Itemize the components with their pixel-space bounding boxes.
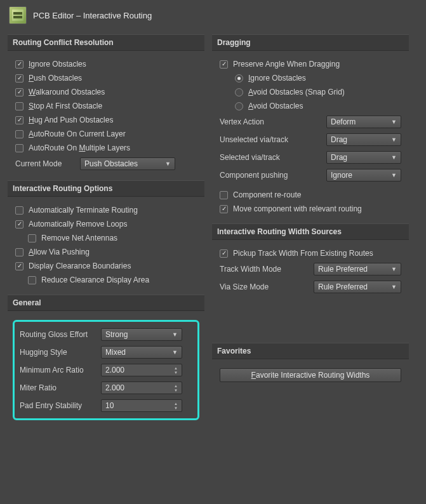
track-width-label: Track Width Mode — [220, 265, 287, 274]
panel-header-options: Interactive Routing Options — [8, 180, 204, 197]
chevron-down-icon: ▼ — [172, 331, 178, 338]
checkbox-icon — [220, 60, 228, 69]
miter-spinner[interactable]: 2.000 ▲▼ — [101, 381, 182, 394]
checkbox-icon — [15, 206, 23, 215]
check-push-obstacles[interactable]: Push Obstacles — [13, 71, 199, 85]
chevron-down-icon: ▼ — [172, 349, 178, 355]
checkbox-icon — [15, 248, 23, 256]
checkbox-icon — [220, 205, 228, 213]
checkbox-icon — [15, 130, 23, 138]
current-mode-select[interactable]: Push Obstacles ▼ — [80, 157, 175, 170]
check-autoroute-multiple[interactable]: AutoRoute On Multiple Layers — [13, 141, 199, 155]
spinner-arrows-icon: ▲▼ — [174, 384, 178, 392]
check-hug-and-push[interactable]: Hug And Push Obstacles — [13, 113, 199, 127]
check-auto-remove-loops[interactable]: Automatically Remove Loops — [13, 217, 199, 231]
panel-header-general: General — [8, 295, 204, 311]
checkbox-icon — [15, 60, 23, 69]
vertex-action-label: Vertex Action — [220, 117, 302, 126]
check-auto-terminate[interactable]: Automatically Terminate Routing — [13, 203, 199, 217]
radio-icon — [235, 88, 243, 96]
check-stop-at-first[interactable]: Stop At First Obstacle — [13, 99, 199, 113]
hugging-label: Hugging Style — [20, 348, 96, 357]
panel-dragging: Dragging Preserve Angle When Dragging Ig… — [212, 34, 409, 217]
checkbox-icon — [28, 234, 36, 242]
via-size-select[interactable]: Rule Preferred ▼ — [314, 281, 401, 293]
checkbox-icon — [28, 276, 36, 284]
chevron-down-icon: ▼ — [391, 119, 397, 125]
hugging-select[interactable]: Mixed ▼ — [101, 346, 182, 359]
panel-general: General Routing Gloss Effort Strong ▼ Hu… — [8, 295, 204, 421]
vertex-action-select[interactable]: Deform ▼ — [326, 116, 401, 128]
check-autoroute-current[interactable]: AutoRoute On Current Layer — [13, 127, 199, 141]
radio-avoid-snap[interactable]: Avoid Obstacles (Snap Grid) — [232, 85, 404, 99]
pad-label: Pad Entry Stability — [20, 401, 96, 410]
panel-header-width: Interactive Routing Width Sources — [212, 223, 409, 240]
check-display-clearance[interactable]: Display Clearance Boundaries — [13, 259, 199, 273]
check-ignore-obstacles[interactable]: Ignore Obstacles — [13, 57, 199, 71]
selected-via-select[interactable]: Drag ▼ — [326, 151, 401, 164]
spinner-arrows-icon: ▲▼ — [174, 366, 178, 375]
panel-conflict-resolution: Routing Conflict Resolution Ignore Obsta… — [8, 34, 204, 174]
chevron-down-icon: ▼ — [391, 284, 397, 290]
radio-avoid-obstacles[interactable]: Avoid Obstacles — [232, 99, 404, 113]
chevron-down-icon: ▼ — [391, 266, 397, 272]
gloss-select[interactable]: Strong ▼ — [101, 328, 182, 341]
chevron-down-icon: ▼ — [391, 154, 397, 161]
pcb-editor-icon — [9, 6, 27, 24]
minarc-spinner[interactable]: 2.000 ▲▼ — [101, 364, 182, 376]
chevron-down-icon: ▼ — [165, 161, 171, 167]
checkbox-icon — [15, 88, 23, 96]
checkbox-icon — [15, 220, 23, 229]
current-mode-label: Current Mode — [15, 159, 75, 168]
check-walkaround-obstacles[interactable]: Walkaround Obstacles — [13, 85, 199, 99]
checkbox-icon — [220, 191, 228, 199]
check-move-component[interactable]: Move component with relevant routing — [217, 202, 404, 216]
panel-header-conflict: Routing Conflict Resolution — [8, 34, 204, 51]
gloss-label: Routing Gloss Effort — [20, 330, 96, 339]
checkbox-icon — [220, 249, 228, 258]
panel-header-favorites: Favorites — [212, 343, 409, 359]
check-remove-net-antennas[interactable]: Remove Net Antennas — [13, 231, 199, 245]
radio-icon — [235, 74, 243, 83]
minarc-label: Minimum Arc Ratio — [20, 366, 96, 375]
checkbox-icon — [15, 116, 23, 124]
via-size-label: Via Size Mode — [220, 282, 287, 291]
pad-spinner[interactable]: 10 ▲▼ — [101, 399, 182, 412]
radio-icon — [235, 102, 243, 110]
radio-ignore-obstacles[interactable]: Ignore Obstacles — [232, 71, 404, 85]
checkbox-icon — [15, 102, 23, 110]
check-component-reroute[interactable]: Component re-route — [217, 188, 404, 202]
page-title: PCB Editor – Interactive Routing — [33, 11, 152, 20]
general-highlight: Routing Gloss Effort Strong ▼ Hugging St… — [13, 320, 199, 420]
selected-via-label: Selected via/track — [220, 153, 302, 162]
checkbox-icon — [15, 74, 23, 83]
component-pushing-label: Component pushing — [220, 171, 302, 180]
check-pickup-track-width[interactable]: Pickup Track Width From Existing Routes — [217, 246, 404, 260]
chevron-down-icon: ▼ — [391, 172, 397, 178]
miter-label: Miter Ratio — [20, 383, 96, 392]
panel-width-sources: Interactive Routing Width Sources Pickup… — [212, 223, 409, 297]
checkbox-icon — [15, 262, 23, 270]
panel-header-dragging: Dragging — [212, 34, 409, 51]
unselected-via-label: Unselected via/track — [220, 135, 302, 144]
spinner-arrows-icon: ▲▼ — [174, 402, 178, 410]
track-width-select[interactable]: Rule Preferred ▼ — [314, 263, 401, 275]
component-pushing-select[interactable]: Ignore ▼ — [326, 169, 401, 182]
check-reduce-clearance[interactable]: Reduce Clearance Display Area — [13, 273, 199, 287]
check-allow-via-pushing[interactable]: Allow Via Pushing — [13, 245, 199, 259]
unselected-via-select[interactable]: Drag ▼ — [326, 133, 401, 146]
favorite-widths-button[interactable]: Favorite Interactive Routing Widths — [220, 368, 401, 382]
chevron-down-icon: ▼ — [391, 136, 397, 143]
check-preserve-angle[interactable]: Preserve Angle When Dragging — [217, 57, 404, 71]
panel-favorites: Favorites Favorite Interactive Routing W… — [212, 343, 409, 391]
panel-routing-options: Interactive Routing Options Automaticall… — [8, 180, 204, 288]
page-header: PCB Editor – Interactive Routing — [0, 0, 426, 34]
checkbox-icon — [15, 144, 23, 152]
